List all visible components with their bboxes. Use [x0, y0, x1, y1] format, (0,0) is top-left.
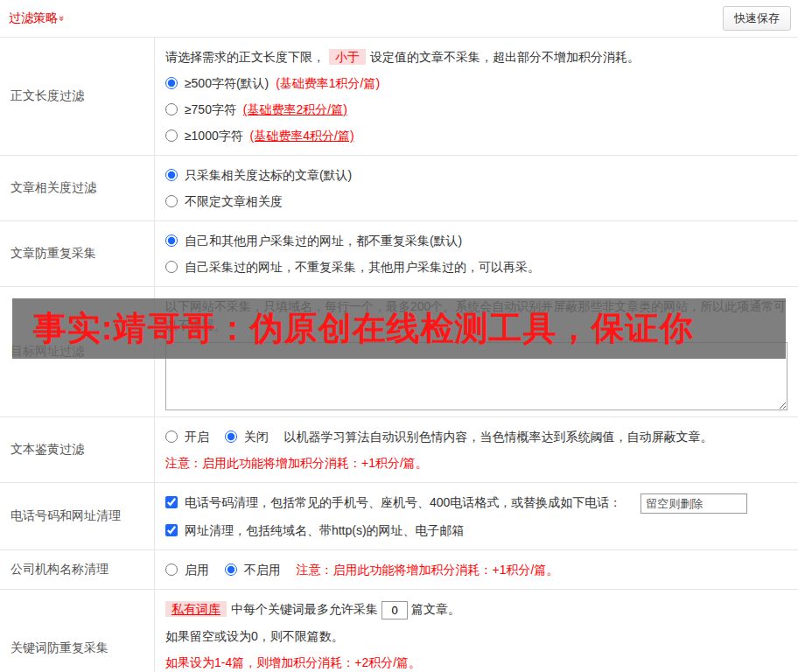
radio-company-disable-label: 不启用	[244, 563, 281, 577]
intro-highlight-less-than: 小于	[329, 49, 366, 65]
radio-length-750-label: ≥750字符	[185, 102, 236, 116]
row-company-clean: 公司机构名称清理 启用 不启用 注意：启用此功能将增加积分消耗：+1积分/篇。	[0, 550, 798, 590]
radio-company-enable-input[interactable]	[165, 564, 178, 576]
radio-dedupe-self[interactable]: 自己采集过的网址，不重复采集，其他用户采集过的，可以再采。	[165, 260, 540, 274]
radio-length-500-input[interactable]	[165, 77, 178, 89]
radio-relevance-strict-label: 只采集相关度达标的文章(默认)	[185, 168, 352, 182]
row-label-keyword: 关键词防重复采集	[0, 590, 155, 672]
radio-dedupe-global-input[interactable]	[165, 234, 178, 247]
radio-porn-off-label: 关闭	[244, 430, 269, 444]
radio-relevance-any-label: 不限定文章相关度	[185, 194, 283, 208]
quick-save-button[interactable]: 快速保存	[723, 6, 791, 31]
radio-length-500-note: (基础费率1积分/篇)	[276, 76, 380, 90]
checkbox-url-clean-label: 网址清理，包括纯域名、带http(s)的网址、电子邮箱	[185, 523, 465, 537]
page-title: 过滤策略»	[9, 10, 65, 26]
radio-length-1000-input[interactable]	[165, 130, 178, 142]
radio-porn-on[interactable]: 开启	[165, 430, 213, 444]
watermark-text: 事实:靖哥哥：伪原创在线检测工具，保证你	[33, 306, 694, 351]
radio-company-enable[interactable]: 启用	[165, 563, 213, 577]
row-label-body-length: 正文长度过滤	[0, 38, 155, 155]
radio-length-1000-note: (基础费率4积分/篇)	[250, 129, 354, 143]
checkbox-url-clean[interactable]: 网址清理，包括纯域名、带http(s)的网址、电子邮箱	[165, 523, 465, 537]
radio-relevance-strict-input[interactable]	[165, 169, 178, 181]
checkbox-phone-clean[interactable]: 电话号码清理，包括常见的手机号、座机号、400电话格式，或替换成如下电话：	[165, 495, 625, 509]
radio-relevance-any-input[interactable]	[165, 195, 178, 207]
checkbox-phone-clean-input[interactable]	[165, 496, 178, 508]
keyword-line3: 如果设为1-4篇，则增加积分消耗：+2积分/篇。	[165, 649, 788, 672]
radio-dedupe-global[interactable]: 自己和其他用户采集过的网址，都不重复采集(默认)	[165, 234, 462, 248]
row-label-dedupe: 文章防重复采集	[0, 221, 155, 286]
radio-company-disable[interactable]: 不启用	[225, 563, 284, 577]
page-title-text: 过滤策略	[9, 10, 58, 24]
radio-length-750-input[interactable]	[165, 103, 178, 116]
radio-company-disable-input[interactable]	[225, 564, 237, 576]
private-thesaurus-link[interactable]: 私有词库	[165, 601, 227, 617]
radio-porn-off[interactable]: 关闭	[225, 430, 272, 444]
radio-porn-off-input[interactable]	[225, 430, 237, 443]
radio-length-1000[interactable]: ≥1000字符 (基础费率4积分/篇)	[165, 129, 354, 143]
row-dedupe-collection: 文章防重复采集 自己和其他用户采集过的网址，都不重复采集(默认) 自己采集过的网…	[0, 221, 798, 287]
watermark-overlay: 事实:靖哥哥：伪原创在线检测工具，保证你	[12, 298, 786, 359]
checkbox-phone-clean-label: 电话号码清理，包括常见的手机号、座机号、400电话格式，或替换成如下电话：	[185, 495, 621, 509]
row-body-length-filter: 正文长度过滤 请选择需求的正文长度下限，小于设定值的文章不采集，超出部分不增加积…	[0, 38, 798, 156]
keyword-line2: 如果留空或设为0，则不限篇数。	[165, 623, 788, 649]
checkbox-url-clean-input[interactable]	[165, 524, 178, 536]
radio-relevance-any[interactable]: 不限定文章相关度	[165, 194, 283, 208]
body-length-intro: 请选择需求的正文长度下限，小于设定值的文章不采集，超出部分不增加积分消耗。	[165, 44, 788, 70]
radio-relevance-strict[interactable]: 只采集相关度达标的文章(默认)	[165, 168, 352, 182]
porn-desc: 以机器学习算法自动识别色情内容，当色情概率达到系统阈值，自动屏蔽文章。	[284, 430, 713, 444]
intro-pre: 请选择需求的正文长度下限，	[165, 50, 325, 64]
row-label-porn: 文本鉴黄过滤	[0, 417, 155, 482]
radio-dedupe-global-label: 自己和其他用户采集过的网址，都不重复采集(默认)	[185, 234, 462, 248]
row-label-phone-url: 电话号码和网址清理	[0, 483, 155, 550]
radio-length-750-note: (基础费率2积分/篇)	[243, 102, 347, 116]
row-label-company: 公司机构名称清理	[0, 550, 155, 589]
row-relevance-filter: 文章相关度过滤 只采集相关度达标的文章(默认) 不限定文章相关度	[0, 156, 798, 221]
radio-porn-on-input[interactable]	[165, 430, 178, 443]
radio-length-500-label: ≥500字符(默认)	[185, 76, 269, 90]
row-porn-filter: 文本鉴黄过滤 开启 关闭 以机器学习算法自动识别色情内容，当色情概率达到系统阈值…	[0, 417, 798, 483]
radio-porn-on-label: 开启	[185, 430, 209, 444]
radio-dedupe-self-input[interactable]	[165, 261, 178, 273]
keyword-count-input[interactable]	[382, 601, 408, 620]
intro-post: 设定值的文章不采集，超出部分不增加积分消耗。	[370, 50, 640, 64]
radio-length-1000-label: ≥1000字符	[185, 129, 243, 143]
row-phone-url-clean: 电话号码和网址清理 电话号码清理，包括常见的手机号、座机号、400电话格式，或替…	[0, 483, 798, 550]
radio-length-750[interactable]: ≥750字符 (基础费率2积分/篇)	[165, 102, 347, 116]
topbar: 过滤策略» 快速保存	[0, 0, 798, 37]
radio-dedupe-self-label: 自己采集过的网址，不重复采集，其他用户采集过的，可以再采。	[185, 260, 540, 274]
radio-company-enable-label: 启用	[185, 563, 209, 577]
chevron-down-icon[interactable]: »	[57, 16, 67, 21]
radio-length-500[interactable]: ≥500字符(默认) (基础费率1积分/篇)	[165, 76, 380, 90]
row-keyword-dedupe: 关键词防重复采集 私有词库中每个关键词最多允许采集篇文章。 如果留空或设为0，则…	[0, 590, 798, 672]
keyword-line1-post: 篇文章。	[411, 602, 460, 616]
row-label-relevance: 文章相关度过滤	[0, 156, 155, 220]
phone-replace-input[interactable]	[640, 494, 747, 514]
keyword-line1-mid: 中每个关键词最多允许采集	[231, 602, 378, 616]
company-warning: 注意：启用此功能将增加积分消耗：+1积分/篇。	[297, 563, 559, 577]
porn-warning: 注意：启用此功能将增加积分消耗：+1积分/篇。	[165, 450, 788, 476]
